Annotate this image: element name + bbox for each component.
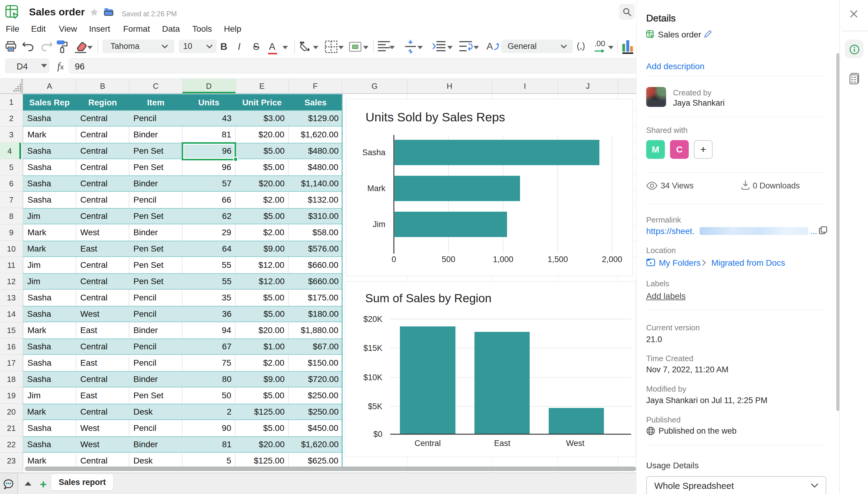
svg-text:$20K: $20K <box>363 315 382 324</box>
svg-text:Mark: Mark <box>367 184 386 193</box>
svg-text:1,500: 1,500 <box>548 255 568 264</box>
svg-text:East: East <box>494 439 511 448</box>
svg-text:2,000: 2,000 <box>602 255 622 264</box>
svg-text:500: 500 <box>441 255 455 264</box>
svg-text:$0: $0 <box>373 430 382 439</box>
svg-text:A: A <box>487 41 493 52</box>
svg-text:Central: Central <box>414 439 441 448</box>
svg-text:Jim: Jim <box>373 220 386 229</box>
svg-text:Sasha: Sasha <box>362 148 386 157</box>
svg-text:$15K: $15K <box>363 344 382 353</box>
svg-text:0: 0 <box>391 255 396 264</box>
svg-text:$5K: $5K <box>368 402 382 411</box>
svg-text:1,000: 1,000 <box>493 255 513 264</box>
svg-text:West: West <box>566 439 585 448</box>
svg-text:$10K: $10K <box>363 373 382 382</box>
svg-text:Sum of Sales by Region: Sum of Sales by Region <box>365 292 491 305</box>
svg-text:Units Sold by Sales Reps: Units Sold by Sales Reps <box>366 110 505 124</box>
